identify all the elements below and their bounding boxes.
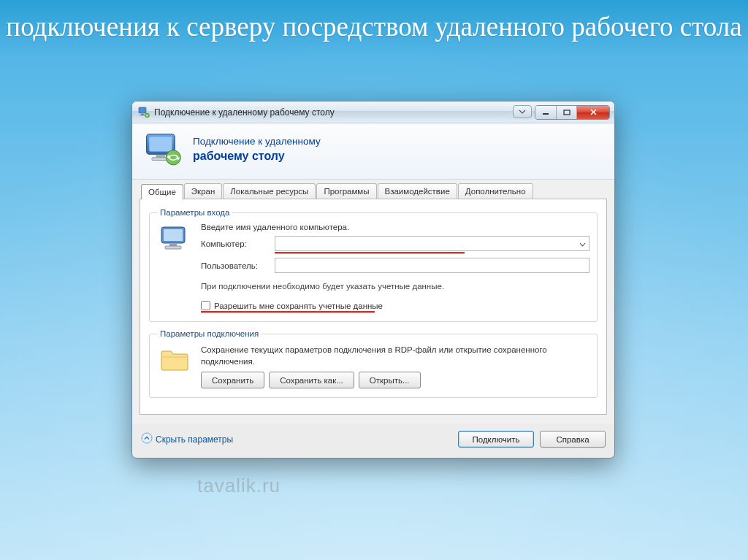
app-icon — [138, 107, 150, 118]
header-line1: Подключение к удаленному — [193, 136, 321, 147]
title-bar[interactable]: Подключение к удаленному рабочему столу — [132, 101, 614, 123]
header-line2: рабочему столу — [193, 150, 285, 162]
folder-icon — [157, 344, 192, 388]
tab-advanced[interactable]: Дополнительно — [458, 183, 533, 199]
minimize-button[interactable] — [535, 106, 556, 119]
login-intro: Введите имя удаленного компьютера. — [201, 223, 589, 231]
save-credentials-label: Разрешить мне сохранять учетные данные — [214, 302, 383, 310]
computer-label: Компьютер: — [201, 239, 270, 248]
header-text: Подключение к удаленному рабочему столу — [193, 135, 321, 164]
svg-rect-12 — [164, 229, 183, 241]
chevron-down-icon — [579, 239, 586, 248]
svg-rect-7 — [149, 137, 172, 151]
credentials-hint: При подключении необходимо будет указать… — [201, 280, 589, 292]
user-input[interactable] — [275, 258, 589, 273]
svg-point-15 — [142, 433, 152, 443]
footer-bar: Скрыть параметры Подключить Справка — [132, 423, 614, 458]
connection-group: Параметры подключения Сохранение текущих… — [149, 329, 598, 398]
svg-rect-14 — [165, 246, 181, 249]
slide-heading: подключения к серверу посредством удален… — [0, 10, 748, 44]
red-underline-icon — [201, 311, 375, 312]
svg-rect-0 — [139, 107, 146, 113]
rdp-window: Подключение к удаленному рабочему столу — [131, 101, 615, 459]
svg-rect-2 — [140, 115, 145, 116]
tab-body: Параметры входа Введите имя удаленного к… — [140, 199, 607, 415]
user-label: Пользователь: — [201, 261, 270, 270]
tab-strip: Общие Экран Локальные ресурсы Программы … — [140, 183, 607, 199]
svg-rect-8 — [156, 155, 165, 158]
rdp-monitor-icon — [144, 132, 184, 167]
svg-rect-1 — [141, 114, 144, 115]
login-group: Параметры входа Введите имя удаленного к… — [149, 208, 598, 322]
computer-combobox[interactable] — [275, 236, 589, 251]
watermark: tavalik.ru — [197, 475, 280, 497]
dropdown-button[interactable] — [513, 105, 532, 118]
connection-legend: Параметры подключения — [157, 329, 262, 338]
tab-programs[interactable]: Программы — [316, 183, 376, 199]
connect-button[interactable]: Подключить — [458, 431, 534, 448]
tab-local-resources[interactable]: Локальные ресурсы — [223, 183, 316, 199]
hide-params-link[interactable]: Скрыть параметры — [141, 432, 233, 446]
tab-general[interactable]: Общие — [141, 184, 183, 199]
login-legend: Параметры входа — [157, 208, 232, 217]
save-button[interactable]: Сохранить — [201, 372, 264, 388]
window-title: Подключение к удаленному рабочему столу — [154, 107, 513, 118]
tab-display[interactable]: Экран — [184, 183, 222, 199]
connection-text: Сохранение текущих параметров подключени… — [201, 344, 589, 367]
tab-experience[interactable]: Взаимодействие — [378, 183, 457, 199]
close-button[interactable] — [576, 106, 609, 119]
computer-icon — [157, 223, 192, 312]
save-as-button[interactable]: Сохранить как... — [269, 372, 354, 388]
svg-rect-4 — [543, 113, 549, 115]
collapse-icon — [141, 432, 153, 446]
red-underline-icon — [275, 252, 465, 253]
open-button[interactable]: Открыть... — [359, 372, 421, 388]
hide-params-label: Скрыть параметры — [156, 434, 233, 445]
svg-rect-5 — [564, 110, 570, 115]
save-credentials-checkbox[interactable] — [201, 301, 210, 310]
maximize-button[interactable] — [556, 106, 576, 119]
header-pane: Подключение к удаленному рабочему столу — [132, 123, 614, 180]
help-button[interactable]: Справка — [540, 431, 606, 448]
